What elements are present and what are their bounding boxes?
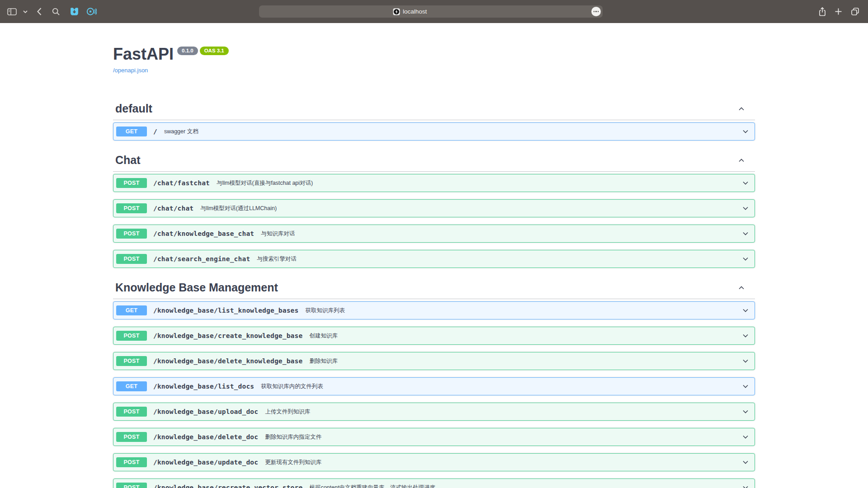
endpoint-description: 与llm模型对话(通过LLMChain): [200, 205, 277, 212]
endpoint-path: /knowledge_base/recreate_vector_store: [153, 484, 302, 488]
section-title: Knowledge Base Management: [115, 282, 278, 293]
sidebar-toggle-button[interactable]: [7, 8, 17, 16]
sidebar-toggle-icon: [7, 8, 17, 16]
expand-endpoint-icon[interactable]: [741, 204, 750, 213]
browser-toolbar: localhost: [0, 0, 868, 23]
endpoint-row[interactable]: POST /knowledge_base/upload_doc 上传文件到知识库: [113, 403, 755, 421]
swagger-ui-page: FastAPI0.1.0OAS 3.1 /openapi.json defaul…: [0, 23, 868, 488]
expand-endpoint-icon[interactable]: [741, 458, 750, 467]
oas-badge: OAS 3.1: [200, 47, 229, 55]
search-button[interactable]: [52, 8, 60, 16]
http-method-badge: GET: [116, 127, 147, 136]
new-tab-button[interactable]: [835, 8, 842, 15]
endpoint-row[interactable]: GET /knowledge_base/list_docs 获取知识库内的文件列…: [113, 377, 755, 395]
extension-downloader-icon: [69, 6, 80, 17]
endpoint-row[interactable]: POST /chat/search_engine_chat 与搜索引擎对话: [113, 250, 755, 268]
expand-endpoint-icon[interactable]: [741, 127, 750, 136]
ellipsis-more-icon: [594, 11, 595, 12]
endpoint-path: /knowledge_base/delete_knowledge_base: [153, 357, 302, 365]
plus-icon: [835, 8, 842, 15]
search-icon: [52, 8, 60, 16]
http-method-badge: GET: [116, 381, 147, 391]
endpoint-row[interactable]: GET /knowledge_base/list_knowledge_bases…: [113, 301, 755, 319]
section-endpoints: POST /chat/fastchat 与llm模型对话(直接与fastchat…: [113, 174, 755, 268]
extension-downloader-button[interactable]: [69, 6, 80, 17]
http-method-badge: GET: [116, 305, 147, 315]
endpoint-description: 删除知识库内指定文件: [265, 433, 321, 441]
section-header[interactable]: default: [113, 103, 755, 120]
sidebar-menu-button[interactable]: [23, 10, 28, 14]
expand-endpoint-icon[interactable]: [741, 407, 750, 416]
page-settings-button[interactable]: [591, 7, 601, 16]
endpoint-row[interactable]: POST /chat/fastchat 与llm模型对话(直接与fastchat…: [113, 174, 755, 192]
endpoint-path: /chat/knowledge_base_chat: [153, 230, 254, 237]
section-header[interactable]: Knowledge Base Management: [113, 282, 755, 299]
extension-live-button[interactable]: [86, 6, 97, 17]
endpoint-row[interactable]: POST /knowledge_base/recreate_vector_sto…: [113, 479, 755, 488]
page-title: FastAPI0.1.0OAS 3.1: [113, 46, 755, 62]
endpoint-description: 更新现有文件到知识库: [265, 459, 321, 466]
tabs-overview-icon: [850, 7, 860, 16]
api-sections: default GET / swagger 文档 Chat POST /chat…: [113, 103, 755, 488]
endpoint-description: 与搜索引擎对话: [257, 255, 297, 263]
expand-endpoint-icon[interactable]: [741, 254, 750, 263]
endpoint-description: 根据content中文档重建向量库，流式输出处理进度。: [309, 484, 441, 488]
section-header[interactable]: Chat: [113, 155, 755, 172]
endpoint-path: /chat/search_engine_chat: [153, 255, 250, 263]
endpoint-path: /knowledge_base/delete_doc: [153, 433, 258, 441]
expand-endpoint-icon[interactable]: [741, 306, 750, 315]
expand-endpoint-icon[interactable]: [741, 483, 750, 488]
http-method-badge: POST: [116, 356, 147, 366]
http-method-badge: POST: [116, 407, 147, 417]
section-endpoints: GET /knowledge_base/list_knowledge_bases…: [113, 301, 755, 488]
endpoint-description: 与llm模型对话(直接与fastchat api对话): [217, 179, 313, 187]
section-title: default: [115, 103, 152, 114]
collapse-section-icon[interactable]: [737, 156, 746, 165]
expand-endpoint-icon[interactable]: [741, 178, 750, 188]
endpoint-path: /chat/fastchat: [153, 179, 210, 187]
share-button[interactable]: [818, 7, 826, 17]
api-section: Knowledge Base Management GET /knowledge…: [113, 282, 755, 488]
expand-endpoint-icon[interactable]: [741, 357, 750, 366]
api-section: Chat POST /chat/fastchat 与llm模型对话(直接与fas…: [113, 155, 755, 268]
endpoint-row[interactable]: POST /knowledge_base/update_doc 更新现有文件到知…: [113, 453, 755, 471]
back-chevron-icon: [37, 7, 42, 16]
section-title: Chat: [115, 155, 141, 166]
site-favicon-lightning-icon: [393, 8, 400, 15]
endpoint-row[interactable]: POST /chat/chat 与llm模型对话(通过LLMChain): [113, 199, 755, 217]
endpoint-row[interactable]: POST /knowledge_base/delete_knowledge_ba…: [113, 352, 755, 370]
back-button[interactable]: [37, 7, 42, 16]
api-info: FastAPI0.1.0OAS 3.1 /openapi.json: [113, 23, 755, 74]
address-bar[interactable]: localhost: [259, 5, 603, 18]
expand-endpoint-icon[interactable]: [741, 229, 750, 238]
share-icon: [818, 7, 826, 17]
collapse-section-icon[interactable]: [737, 283, 746, 292]
endpoint-path: /knowledge_base/upload_doc: [153, 408, 258, 415]
collapse-section-icon[interactable]: [737, 104, 746, 113]
http-method-badge: POST: [116, 178, 147, 188]
endpoint-row[interactable]: POST /knowledge_base/delete_doc 删除知识库内指定…: [113, 428, 755, 446]
endpoint-description: 上传文件到知识库: [265, 408, 310, 416]
openapi-spec-link[interactable]: /openapi.json: [113, 67, 148, 74]
expand-endpoint-icon[interactable]: [741, 331, 750, 340]
endpoint-row[interactable]: GET / swagger 文档: [113, 122, 755, 141]
extension-live-icon: [86, 6, 97, 17]
http-method-badge: POST: [116, 229, 147, 239]
http-method-badge: POST: [116, 432, 147, 442]
tabs-overview-button[interactable]: [850, 7, 860, 16]
endpoint-path: /knowledge_base/create_knowledge_base: [153, 332, 302, 339]
endpoint-description: 创建知识库: [309, 332, 338, 340]
api-section: default GET / swagger 文档: [113, 103, 755, 141]
endpoint-path: /knowledge_base/list_knowledge_bases: [153, 307, 298, 314]
endpoint-description: 获取知识库列表: [305, 307, 345, 314]
chevron-down-icon: [23, 10, 28, 14]
expand-endpoint-icon[interactable]: [741, 382, 750, 391]
endpoint-description: swagger 文档: [164, 128, 198, 136]
expand-endpoint-icon[interactable]: [741, 432, 750, 441]
endpoint-path: /knowledge_base/list_docs: [153, 383, 254, 390]
endpoint-row[interactable]: POST /knowledge_base/create_knowledge_ba…: [113, 327, 755, 345]
endpoint-path: /: [153, 128, 157, 135]
http-method-badge: POST: [116, 457, 147, 467]
endpoint-row[interactable]: POST /chat/knowledge_base_chat 与知识库对话: [113, 225, 755, 243]
http-method-badge: POST: [116, 254, 147, 264]
